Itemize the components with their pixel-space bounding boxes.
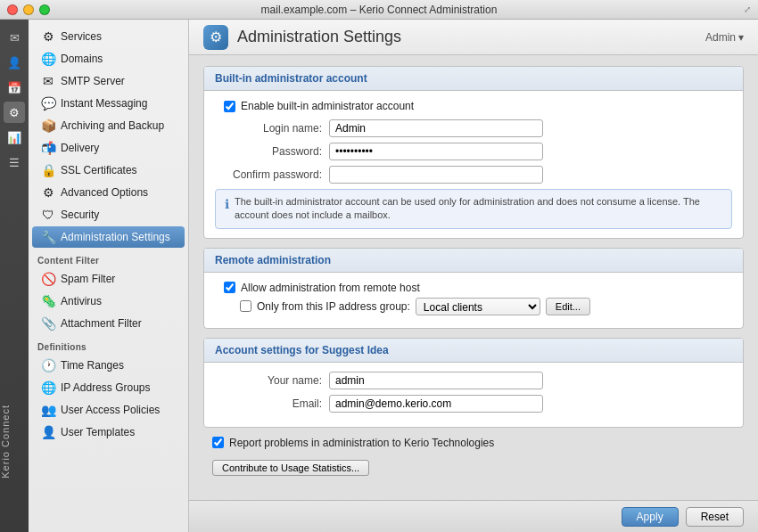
sidebar-item-delivery[interactable]: 📬 Delivery [32, 137, 185, 159]
sidebar-item-advanced[interactable]: ⚙ Advanced Options [32, 182, 185, 203]
remote-admin-section: Remote administration Allow administrati… [203, 248, 744, 329]
sidebar-item-antivirus[interactable]: 🦠 Antivirus [32, 291, 185, 312]
built-in-admin-header: Built-in administrator account [204, 67, 743, 91]
messaging-icon: 💬 [41, 96, 55, 110]
sidebar-icon-stats[interactable]: 📊 [4, 127, 25, 148]
sidebar-item-ip-groups[interactable]: 🌐 IP Address Groups [32, 377, 185, 398]
admin-menu-button[interactable]: Admin ▾ [705, 31, 744, 44]
built-in-admin-section: Built-in administrator account Enable bu… [203, 66, 744, 239]
nav-sidebar: ⚙ Services 🌐 Domains ✉ SMTP Server 💬 Ins… [29, 20, 189, 532]
archiving-icon: 📦 [41, 119, 55, 133]
sidebar-item-domains[interactable]: 🌐 Domains [32, 48, 185, 70]
time-icon: 🕐 [41, 358, 55, 372]
definitions-header: Definitions [29, 335, 188, 354]
kerio-connect-label: Kerio Connect [0, 405, 29, 479]
antivirus-icon: 🦠 [41, 294, 55, 308]
suggest-idea-header: Account settings for Suggest Idea [204, 339, 743, 363]
admin-settings-icon: 🔧 [41, 230, 55, 244]
enable-admin-checkbox[interactable] [224, 101, 235, 112]
sidebar-icon-tasks[interactable]: ☰ [4, 151, 25, 173]
user-policies-icon: 👥 [41, 403, 55, 417]
report-problems-checkbox[interactable] [212, 437, 224, 448]
allow-remote-label[interactable]: Allow administration from remote host [241, 282, 420, 294]
ssl-icon: 🔒 [41, 163, 55, 177]
sidebar-item-time-ranges[interactable]: 🕐 Time Ranges [32, 355, 185, 376]
remote-admin-header: Remote administration [204, 249, 743, 273]
topbar: ⚙ Administration Settings Admin ▾ [189, 20, 758, 55]
smtp-icon: ✉ [41, 74, 55, 88]
suggest-idea-body: Your name: Email: [204, 363, 743, 427]
password-row: Password: [215, 143, 732, 160]
confirm-password-row: Confirm password: [215, 166, 732, 184]
close-button[interactable] [7, 4, 18, 15]
sidebar-icon-mail[interactable]: ✉ [4, 27, 25, 48]
vertical-sidebar: ✉ 👤 📅 ⚙ 📊 ☰ Kerio Connect [0, 20, 29, 532]
bottom-bar: Apply Reset [189, 500, 758, 532]
enable-admin-label[interactable]: Enable built-in administrator account [241, 100, 414, 112]
ip-icon: 🌐 [41, 381, 55, 395]
delivery-icon: 📬 [41, 141, 55, 155]
resize-icon: ⤢ [744, 4, 751, 14]
page-title: Administration Settings [237, 28, 401, 46]
admin-settings-topbar-icon: ⚙ [203, 25, 228, 50]
sidebar-item-spam[interactable]: 🚫 Spam Filter [32, 268, 185, 290]
titlebar: mail.example.com – Kerio Connect Adminis… [0, 0, 758, 20]
sidebar-item-services[interactable]: ⚙ Services [32, 26, 185, 47]
sidebar-item-archiving[interactable]: 📦 Archiving and Backup [32, 115, 185, 136]
content-area: Built-in administrator account Enable bu… [189, 55, 758, 500]
apply-button[interactable]: Apply [622, 507, 679, 527]
sidebar-icon-settings[interactable]: ⚙ [4, 102, 25, 123]
password-label: Password: [215, 145, 322, 158]
content-filter-header: Content Filter [29, 249, 188, 267]
reset-button[interactable]: Reset [686, 507, 744, 527]
topbar-title-area: ⚙ Administration Settings [203, 25, 401, 50]
sidebar-item-security[interactable]: 🛡 Security [32, 204, 185, 225]
login-name-label: Login name: [215, 122, 322, 135]
report-checkbox-row: Report problems in administration to Ker… [212, 437, 744, 449]
edit-ip-group-button[interactable]: Edit... [546, 298, 590, 315]
admin-info-box: ℹ The built-in administrator account can… [215, 189, 732, 229]
password-input[interactable] [329, 143, 543, 160]
advanced-icon: ⚙ [41, 185, 55, 200]
sidebar-icon-contacts[interactable]: 👤 [4, 52, 25, 73]
confirm-password-input[interactable] [329, 166, 543, 184]
admin-info-text: The built-in administrator account can b… [235, 195, 722, 223]
your-name-input[interactable] [329, 372, 543, 389]
attachment-icon: 📎 [41, 316, 55, 331]
report-row: Report problems in administration to Ker… [203, 437, 744, 476]
sidebar-item-user-templates[interactable]: 👤 User Templates [32, 422, 185, 443]
contribute-button[interactable]: Contribute to Usage Statistics... [212, 460, 369, 476]
login-name-input[interactable] [329, 119, 543, 137]
info-icon: ℹ [225, 196, 229, 214]
login-name-row: Login name: [215, 119, 732, 137]
report-label[interactable]: Report problems in administration to Ker… [229, 437, 494, 449]
sidebar-item-user-policies[interactable]: 👥 User Access Policies [32, 399, 185, 421]
remote-admin-body: Allow administration from remote host On… [204, 273, 743, 328]
admin-chevron-icon: ▾ [738, 31, 744, 44]
only-from-row: Only from this IP address group: Local c… [240, 298, 732, 315]
only-from-label[interactable]: Only from this IP address group: [257, 300, 410, 313]
window-title: mail.example.com – Kerio Connect Adminis… [261, 4, 498, 16]
sidebar-icon-calendar[interactable]: 📅 [4, 77, 25, 98]
spam-icon: 🚫 [41, 272, 55, 286]
allow-remote-checkbox[interactable] [224, 282, 235, 293]
domains-icon: 🌐 [41, 52, 55, 66]
built-in-admin-body: Enable built-in administrator account Lo… [204, 91, 743, 238]
only-from-checkbox[interactable] [240, 300, 251, 312]
email-input[interactable] [329, 395, 543, 413]
ip-group-dropdown[interactable]: Local clients Any address Private networ… [416, 298, 540, 315]
sidebar-item-admin-settings[interactable]: 🔧 Administration Settings [32, 226, 185, 248]
window-controls[interactable] [7, 4, 50, 15]
your-name-label: Your name: [215, 374, 322, 387]
maximize-button[interactable] [39, 4, 50, 15]
allow-remote-row: Allow administration from remote host [224, 282, 732, 294]
main-content: ⚙ Administration Settings Admin ▾ Built-… [189, 20, 758, 532]
email-label: Email: [215, 397, 322, 410]
sidebar-item-instant-messaging[interactable]: 💬 Instant Messaging [32, 93, 185, 114]
email-row: Email: [215, 395, 732, 413]
sidebar-item-smtp-server[interactable]: ✉ SMTP Server [32, 70, 185, 92]
sidebar-item-attachment[interactable]: 📎 Attachment Filter [32, 313, 185, 334]
sidebar-item-ssl[interactable]: 🔒 SSL Certificates [32, 160, 185, 181]
minimize-button[interactable] [23, 4, 34, 15]
your-name-row: Your name: [215, 372, 732, 389]
